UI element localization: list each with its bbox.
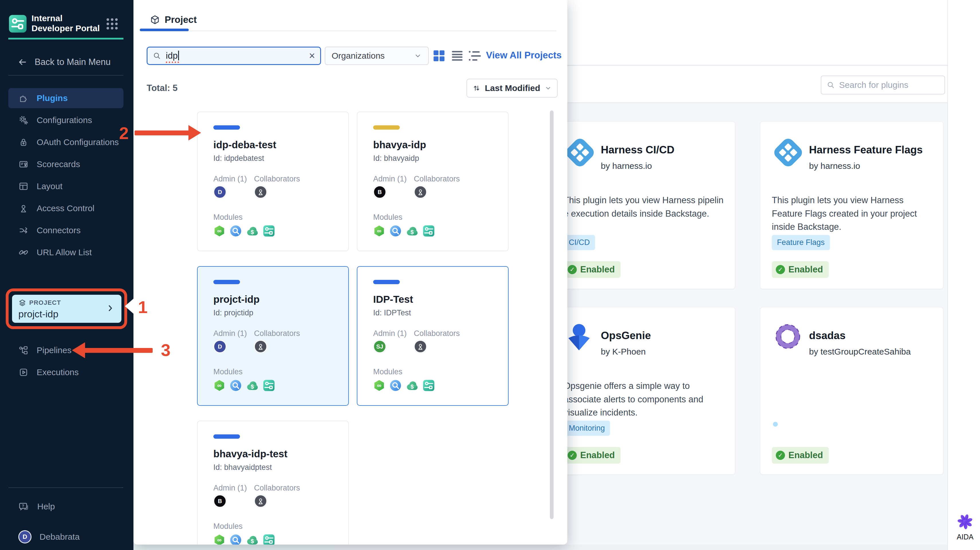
ci-module-icon	[213, 534, 225, 545]
plugin-tag-dot	[773, 422, 778, 427]
sidebar-item-help[interactable]: Help	[8, 497, 123, 516]
sidebar-item-url-allow-list[interactable]: URL Allow List	[8, 243, 123, 262]
idp-module-icon	[422, 379, 435, 392]
sidebar-item-plugins[interactable]: Plugins	[8, 88, 123, 108]
help-label: Help	[37, 502, 55, 511]
plugin-tag: Monitoring	[563, 421, 610, 436]
check-icon: ✓	[568, 451, 577, 460]
collaborators-label: Collaborators	[414, 329, 460, 338]
sidebar-item-configurations[interactable]: Configurations	[8, 110, 123, 130]
sidebar-item-oauth-configurations[interactable]: OAuth Configurations	[8, 132, 123, 152]
project-name: IDP-Test	[373, 293, 413, 305]
executions-icon	[18, 367, 29, 377]
collaborator-avatar	[254, 495, 267, 508]
admin-avatar: D	[213, 340, 226, 353]
srm-module-icon	[390, 225, 401, 237]
project-card-idp-deba-test[interactable]: idp-deba-test Id: idpdebatest Admin (1)C…	[197, 112, 349, 251]
view-all-projects-link[interactable]: View All Projects	[486, 50, 562, 61]
admin-label: Admin (1)	[213, 329, 254, 338]
sidebar-item-access-control[interactable]: Access Control	[8, 198, 123, 218]
plugin-card-dsadas[interactable]: dsadas by testGroupCreateSahiba ✓Enabled	[760, 307, 943, 475]
ccm-module-icon	[246, 534, 258, 545]
modules-label: Modules	[373, 368, 402, 376]
plugin-card-opsgenie[interactable]: OpsGenie by K-Phoen Opsgenie offers a si…	[552, 307, 735, 475]
back-to-main-menu[interactable]: Back to Main Menu	[8, 53, 123, 71]
ccm-module-icon	[246, 379, 258, 391]
modules-label: Modules	[213, 213, 243, 222]
view-toggle-list[interactable]	[469, 51, 481, 61]
plugin-author: by testGroupCreateSahiba	[809, 347, 911, 357]
search-icon	[153, 52, 161, 60]
user-avatar: D	[18, 530, 32, 544]
plugin-description: Opsgenie offers a simple way to associat…	[563, 379, 725, 420]
admin-label: Admin (1)	[213, 174, 254, 184]
link-icon	[18, 247, 29, 258]
check-icon: ✓	[776, 265, 785, 274]
back-label: Back to Main Menu	[35, 57, 111, 67]
sidebar-item-label: Connectors	[37, 225, 81, 235]
status-badge: ✓Enabled	[563, 261, 620, 278]
annotation-1-label: 1	[138, 299, 148, 316]
sidebar-menu: Plugins Configurations OAuth Configurati…	[8, 88, 123, 265]
project-search-input[interactable]: idp ×	[146, 47, 321, 65]
admin-label: Admin (1)	[213, 483, 254, 493]
project-name: bhavya-idp	[373, 139, 426, 151]
tab-divider	[140, 31, 557, 31]
executions-label: Executions	[37, 368, 79, 377]
sidebar-item-layout[interactable]: Layout	[8, 176, 123, 196]
person-icon	[417, 342, 425, 350]
annotation-1-pointer	[125, 298, 134, 314]
view-toggle-rows[interactable]	[452, 51, 463, 61]
view-toggle-grid[interactable]	[434, 51, 444, 61]
help-bubble-icon	[18, 501, 29, 512]
ccm-module-icon	[246, 225, 258, 237]
background-header	[567, 0, 947, 65]
plugin-card-feature-flags[interactable]: Harness Feature Flags by harness.io This…	[760, 121, 943, 289]
tab-project[interactable]: Project	[150, 14, 197, 25]
annotation-2-arrow-shaft	[135, 130, 189, 135]
project-name: bhavya-idp-test	[213, 448, 288, 460]
modules-label: Modules	[213, 522, 243, 531]
aida-widget[interactable]: AIDA	[954, 514, 977, 541]
opsgenie-logo-icon	[563, 321, 595, 353]
project-id: Id: projctidp	[213, 309, 253, 317]
clear-search-icon[interactable]: ×	[309, 51, 315, 61]
project-id: Id: bhavyaidp	[373, 154, 419, 163]
plugin-title: OpsGenie	[601, 330, 651, 342]
harness-logo-icon	[772, 133, 805, 172]
app-switcher-icon[interactable]	[107, 18, 118, 30]
collaborator-avatar	[254, 185, 267, 198]
chevron-down-icon	[544, 84, 552, 92]
project-card-bhavya-idp-test[interactable]: bhavya-idp-test Id: bhavyaidptest Admin …	[197, 421, 349, 545]
project-card-bhavya-idp[interactable]: bhavya-idp Id: bhavyaidp Admin (1)Collab…	[357, 112, 509, 251]
project-card-idp-test[interactable]: IDP-Test Id: IDPTest Admin (1)Collaborat…	[357, 266, 509, 406]
plugin-description: This plugin lets you view Harness Featur…	[772, 194, 934, 234]
sidebar-item-connectors[interactable]: Connectors	[8, 220, 123, 240]
aida-label: AIDA	[954, 533, 977, 541]
project-id: Id: idpdebatest	[213, 154, 264, 163]
annotation-3-arrow-head	[72, 342, 85, 358]
sidebar-item-scorecards[interactable]: Scorecards	[8, 154, 123, 174]
project-name: projct-idp	[213, 293, 259, 305]
plugin-title: dsadas	[809, 330, 846, 342]
organizations-dropdown[interactable]: Organizations	[325, 47, 429, 65]
app-title: Internal Developer Portal	[32, 13, 103, 33]
module-icons	[213, 379, 275, 392]
sort-dropdown[interactable]: Last Modified	[466, 79, 558, 98]
annotation-2-arrow-head	[188, 125, 201, 141]
collaborators-label: Collaborators	[254, 483, 300, 493]
admin-label: Admin (1)	[373, 174, 414, 184]
sidebar-item-executions[interactable]: Executions	[8, 363, 123, 382]
plugin-title: Harness CI/CD	[601, 144, 675, 156]
plugin-card-harness-cicd[interactable]: Harness CI/CD by harness.io This plugin …	[552, 121, 735, 289]
project-color-bar	[213, 280, 240, 284]
user-menu[interactable]: D Debabrata	[8, 527, 123, 547]
plugin-author: by harness.io	[601, 161, 652, 171]
plugins-search-input[interactable]: Search for plugins	[821, 76, 945, 94]
ccm-module-icon	[406, 225, 418, 237]
modal-scrollbar[interactable]	[550, 111, 554, 519]
srm-module-icon	[230, 379, 242, 391]
srm-module-icon	[230, 534, 242, 545]
gears-icon	[18, 115, 29, 125]
project-card-projct-idp[interactable]: projct-idp Id: projctidp Admin (1)Collab…	[197, 266, 349, 406]
